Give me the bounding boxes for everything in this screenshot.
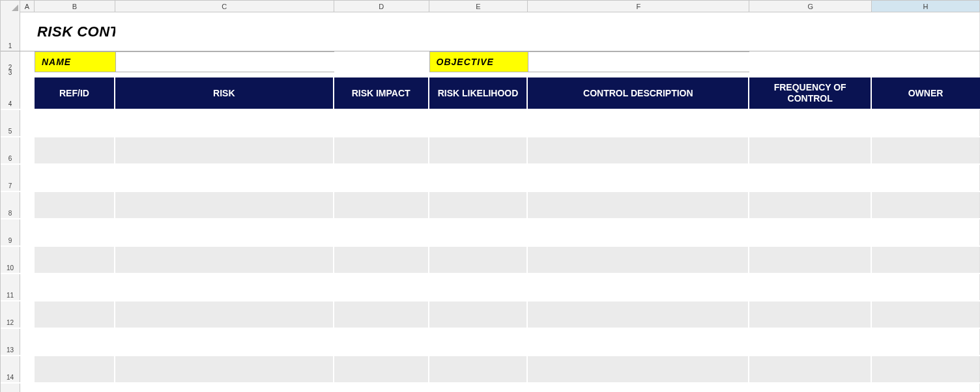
cell-control-description[interactable] [528, 356, 749, 382]
cell-frequency-of-control[interactable] [749, 165, 872, 191]
cell-risk-likelihood[interactable] [429, 219, 528, 245]
cell-A2[interactable] [20, 51, 35, 72]
cell-A11[interactable] [20, 274, 35, 300]
col-header-F[interactable]: F [528, 1, 749, 12]
cell-E1[interactable] [429, 12, 528, 51]
cell-frequency-of-control[interactable] [749, 219, 872, 245]
cell-risk-likelihood[interactable] [429, 137, 528, 163]
cell-risk-impact[interactable] [334, 219, 429, 245]
cell-frequency-of-control[interactable] [749, 356, 872, 382]
cell-risk-likelihood[interactable] [429, 384, 528, 392]
cell-F1[interactable] [528, 12, 750, 51]
cell-risk[interactable] [115, 219, 334, 245]
cell-risk-impact[interactable] [334, 384, 429, 392]
cell-ref-id[interactable] [35, 219, 115, 245]
cell-A6[interactable] [20, 137, 35, 163]
cell-A1[interactable] [20, 12, 35, 51]
cell-ref-id[interactable] [35, 247, 115, 273]
cell-H2[interactable] [872, 51, 980, 72]
cell-risk-impact[interactable] [334, 301, 429, 328]
cell-risk[interactable] [115, 356, 334, 382]
cell-ref-id[interactable] [35, 384, 115, 392]
th-control-description[interactable]: CONTROL DESCRIPTION [528, 77, 749, 109]
cell-control-description[interactable] [528, 274, 749, 300]
cell-G3[interactable] [749, 72, 872, 77]
cell-frequency-of-control[interactable] [749, 301, 872, 328]
name-label[interactable]: NAME [35, 51, 115, 72]
cell-risk[interactable] [115, 247, 334, 273]
cell-frequency-of-control[interactable] [749, 137, 872, 163]
row-header-4[interactable]: 4 [1, 77, 20, 109]
cell-A14[interactable] [20, 356, 35, 382]
name-input[interactable] [115, 51, 334, 72]
cell-risk[interactable] [115, 110, 334, 136]
cell-control-description[interactable] [528, 247, 749, 273]
row-header-3[interactable]: 3 [1, 72, 20, 77]
cell-A12[interactable] [20, 301, 35, 328]
cell-ref-id[interactable] [35, 274, 115, 300]
cell-H1[interactable] [872, 12, 980, 51]
col-header-C[interactable]: C [115, 1, 334, 12]
cell-ref-id[interactable] [35, 137, 115, 163]
cell-risk-likelihood[interactable] [429, 192, 528, 218]
cell-risk-likelihood[interactable] [429, 301, 528, 328]
cell-frequency-of-control[interactable] [749, 274, 872, 300]
row-header-14[interactable]: 14 [1, 356, 20, 382]
cell-control-description[interactable] [528, 192, 749, 218]
cell-risk-likelihood[interactable] [429, 274, 528, 300]
row-header-8[interactable]: 8 [1, 192, 20, 218]
row-header-5[interactable]: 5 [1, 110, 20, 136]
cell-A3[interactable] [20, 72, 35, 77]
cell-frequency-of-control[interactable] [749, 192, 872, 218]
cell-control-description[interactable] [528, 301, 749, 328]
cell-ref-id[interactable] [35, 192, 115, 218]
cell-owner[interactable] [872, 356, 980, 382]
cell-risk-likelihood[interactable] [429, 356, 528, 382]
cell-A5[interactable] [20, 110, 35, 136]
cell-A9[interactable] [20, 219, 35, 245]
cell-control-description[interactable] [528, 384, 749, 392]
cell-risk[interactable] [115, 274, 334, 300]
cell-A15[interactable] [20, 384, 35, 392]
objective-label[interactable]: OBJECTIVE [429, 51, 528, 72]
col-header-H[interactable]: H [872, 1, 980, 12]
row-header-13[interactable]: 13 [1, 329, 20, 355]
row-header-10[interactable]: 10 [1, 247, 20, 273]
cell-risk-impact[interactable] [334, 247, 429, 273]
cell-owner[interactable] [872, 384, 980, 392]
th-risk-impact[interactable]: RISK IMPACT [334, 77, 429, 109]
cell-ref-id[interactable] [35, 110, 115, 136]
cell-risk[interactable] [115, 192, 334, 218]
cell-owner[interactable] [872, 165, 980, 191]
cell-owner[interactable] [872, 247, 980, 273]
cell-owner[interactable] [872, 329, 980, 355]
cell-F3[interactable] [528, 72, 749, 77]
row-header-6[interactable]: 6 [1, 137, 20, 163]
col-header-E[interactable]: E [429, 1, 528, 12]
col-header-A[interactable]: A [20, 1, 35, 12]
cell-B3[interactable] [35, 72, 115, 77]
cell-A10[interactable] [20, 247, 35, 273]
cell-risk[interactable] [115, 301, 334, 328]
cell-B1-title[interactable]: RISK CONTROL MATRIX [35, 12, 115, 51]
objective-input[interactable] [528, 51, 749, 72]
cell-risk-impact[interactable] [334, 110, 429, 136]
cell-A4[interactable] [20, 77, 35, 109]
th-risk[interactable]: RISK [115, 77, 334, 109]
select-all-corner[interactable] [1, 1, 20, 12]
cell-owner[interactable] [872, 274, 980, 300]
th-ref-id[interactable]: REF/ID [35, 77, 115, 109]
th-frequency-of-control[interactable]: FREQUENCY OF CONTROL [749, 77, 872, 109]
row-header-12[interactable]: 12 [1, 301, 20, 328]
cell-owner[interactable] [872, 110, 980, 136]
cell-D1[interactable] [334, 12, 429, 51]
cell-owner[interactable] [872, 137, 980, 163]
cell-frequency-of-control[interactable] [749, 247, 872, 273]
cell-control-description[interactable] [528, 329, 749, 355]
cell-ref-id[interactable] [35, 356, 115, 382]
cell-D3[interactable] [334, 72, 429, 77]
cell-control-description[interactable] [528, 219, 749, 245]
row-header-1[interactable]: 1 [1, 12, 20, 51]
cell-owner[interactable] [872, 192, 980, 218]
col-header-G[interactable]: G [749, 1, 872, 12]
